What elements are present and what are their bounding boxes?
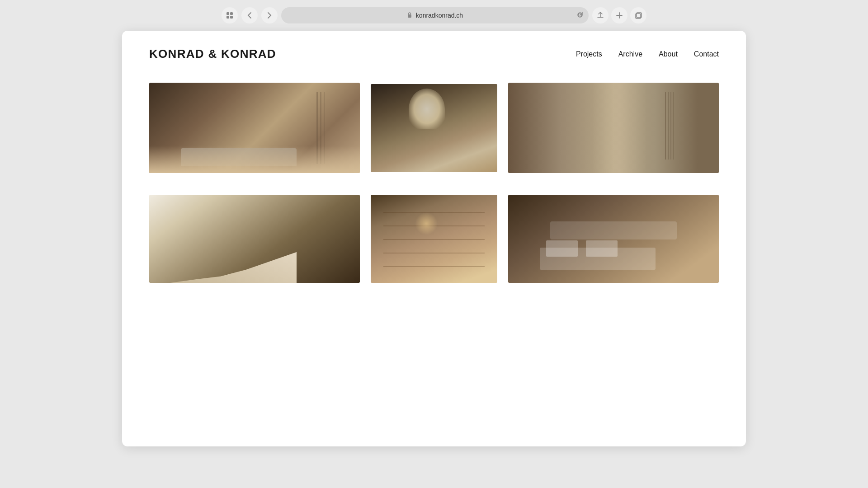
nav-about[interactable]: About xyxy=(659,50,678,58)
address-bar[interactable]: konradkonrad.ch xyxy=(281,7,589,23)
site-header: KONRAD & KONRAD Projects Archive About C… xyxy=(122,31,746,74)
browser-window: KONRAD & KONRAD Projects Archive About C… xyxy=(122,31,746,446)
nav-contact[interactable]: Contact xyxy=(694,50,719,58)
gallery-item-staircase[interactable] xyxy=(149,195,360,283)
browser-overview-button[interactable] xyxy=(222,7,238,23)
browser-add-button[interactable] xyxy=(611,7,627,23)
site-nav: Projects Archive About Contact xyxy=(576,50,719,58)
svg-rect-1 xyxy=(230,12,233,15)
gallery-row-1 xyxy=(149,83,719,173)
svg-rect-2 xyxy=(226,16,229,19)
browser-back-button[interactable] xyxy=(241,7,258,23)
gallery-item-lamp[interactable] xyxy=(371,84,497,172)
browser-share-button[interactable] xyxy=(592,7,609,23)
browser-right-buttons xyxy=(592,7,646,23)
gallery-row-2 xyxy=(149,195,719,283)
browser-chrome: konradkonrad.ch xyxy=(0,0,868,31)
url-text: konradkonrad.ch xyxy=(416,12,463,19)
browser-tabs-button[interactable] xyxy=(630,7,646,23)
svg-rect-0 xyxy=(226,12,229,15)
gallery-item-bedroom[interactable] xyxy=(508,195,719,283)
reload-icon[interactable] xyxy=(577,12,583,19)
gallery-item-living-room[interactable] xyxy=(149,83,360,173)
site-logo[interactable]: KONRAD & KONRAD xyxy=(149,47,276,61)
svg-rect-4 xyxy=(408,14,411,18)
browser-forward-button[interactable] xyxy=(261,7,278,23)
gallery-item-corridor[interactable] xyxy=(508,83,719,173)
nav-archive[interactable]: Archive xyxy=(618,50,642,58)
gallery-section xyxy=(122,74,746,323)
svg-rect-3 xyxy=(230,16,233,19)
lock-icon xyxy=(407,12,412,19)
gallery-item-shelving[interactable] xyxy=(371,195,497,283)
nav-projects[interactable]: Projects xyxy=(576,50,602,58)
